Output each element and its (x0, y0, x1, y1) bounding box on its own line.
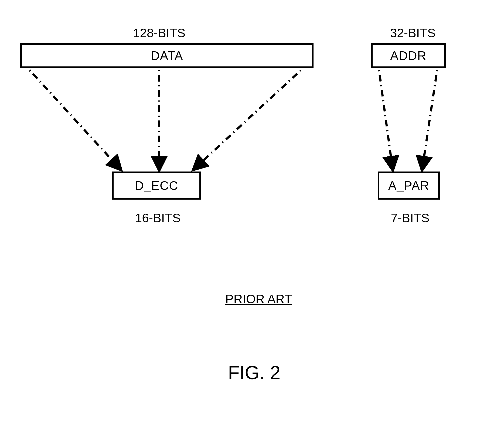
data-block: DATA (20, 43, 314, 68)
arrow-addr-to-apar-left (379, 70, 393, 169)
decc-block: D_ECC (112, 172, 201, 200)
apar-block: A_PAR (378, 172, 440, 200)
figure-label: FIG. 2 (228, 362, 280, 384)
addr-bits-label: 32-BITS (383, 26, 442, 40)
decc-bits-label: 16-BITS (127, 211, 189, 225)
arrow-addr-to-apar-right (422, 70, 437, 169)
prior-art-label: PRIOR ART (225, 292, 292, 306)
addr-block: ADDR (371, 43, 446, 68)
data-bits-label: 128-BITS (124, 26, 194, 40)
diagram-canvas: 128-BITS 32-BITS DATA ADDR D_ECC A_PAR 1… (0, 0, 504, 447)
arrow-data-to-decc-right (194, 70, 301, 169)
apar-bits-label: 7-BITS (386, 211, 434, 225)
arrow-data-to-decc-left (30, 70, 120, 169)
